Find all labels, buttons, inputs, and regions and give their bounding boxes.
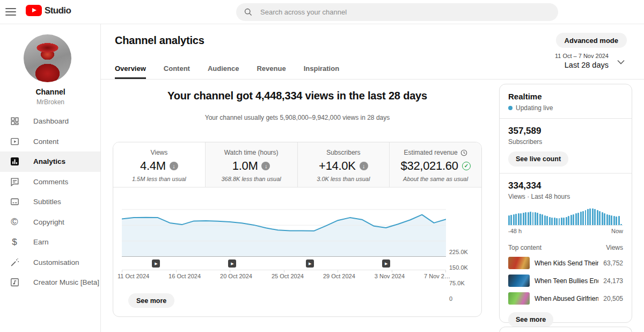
y-axis-label: 225.0K <box>449 249 479 255</box>
analytics-header: Channel analytics Advanced mode Overview… <box>101 24 644 80</box>
sidebar-item-earn[interactable]: $ Earn <box>0 232 100 252</box>
x-axis <box>122 270 446 272</box>
video-title: When Abused Girlfriend… <box>535 295 598 302</box>
down-arrow-icon: ↓ <box>261 162 270 170</box>
chevron-down-icon[interactable] <box>617 60 625 64</box>
sidebar-item-creator-music[interactable]: Creator Music [Beta] <box>0 272 100 293</box>
metric-views[interactable]: Views 4.4M↓ 1.5M less than usual <box>113 142 206 187</box>
sidebar-item-content[interactable]: Content <box>0 132 100 152</box>
check-circle-icon: ✓ <box>462 162 471 170</box>
top-video-row[interactable]: When Kids Send Their E… 63,752 <box>508 257 623 269</box>
dashboard-icon <box>9 116 20 127</box>
tab-inspiration[interactable]: Inspiration <box>304 64 339 79</box>
sidebar-item-customisation[interactable]: Customisation <box>0 252 100 273</box>
sidebar-item-copyright[interactable]: © Copyright <box>0 212 100 233</box>
advanced-mode-button[interactable]: Advanced mode <box>556 33 627 48</box>
analytics-tabs: Overview Content Audience Revenue Inspir… <box>115 64 339 79</box>
divider <box>500 118 632 119</box>
axis-end-label: Now <box>611 228 623 234</box>
divider <box>500 173 632 174</box>
metric-watch-time[interactable]: Watch time (hours) 1.0M↓ 368.8K less tha… <box>206 142 298 187</box>
axis-start-label: -48 h <box>508 228 522 234</box>
sidebar-item-label: Comments <box>33 178 68 186</box>
see-more-button[interactable]: See more <box>128 293 174 308</box>
metric-cards: Views 4.4M↓ 1.5M less than usual Watch t… <box>113 142 481 187</box>
video-title: When Teen Bullies End … <box>535 277 598 285</box>
realtime-see-more-button[interactable]: See more <box>508 312 553 327</box>
sidebar-menu: Dashboard Content Analytics Comments Sub… <box>0 111 100 293</box>
video-thumbnail <box>508 257 530 269</box>
video-marker-play-icon[interactable]: ▶ <box>382 259 390 268</box>
subtitles-icon <box>9 197 20 207</box>
top-video-row[interactable]: When Teen Bullies End … 24,173 <box>508 275 623 287</box>
sidebar-item-comments[interactable]: Comments <box>0 172 100 192</box>
sidebar-item-analytics[interactable]: Analytics <box>0 151 100 172</box>
channel-avatar[interactable] <box>24 34 71 82</box>
updating-live-label: Updating live <box>516 104 553 112</box>
realtime-views-count: 334,334 <box>508 181 623 191</box>
metric-estimated-revenue[interactable]: Estimated revenue $32,021.60✓ About the … <box>390 142 481 187</box>
views-headline: Your channel got 4,448,334 views in the … <box>113 90 482 102</box>
search-icon <box>244 8 253 17</box>
clock-icon <box>460 149 467 156</box>
tab-overview[interactable]: Overview <box>115 64 146 79</box>
date-range-text: 11 Oct – 7 Nov 2024 <box>555 53 609 59</box>
tab-audience[interactable]: Audience <box>208 64 239 79</box>
video-publish-markers: ▶▶▶▶ <box>122 259 446 268</box>
video-thumbnail <box>508 292 530 305</box>
video-marker-play-icon[interactable]: ▶ <box>228 259 236 268</box>
video-marker-play-icon[interactable]: ▶ <box>306 259 314 268</box>
sidebar-item-label: Analytics <box>33 157 65 165</box>
x-axis-labels: 11 Oct 202416 Oct 202420 Oct 202425 Oct … <box>118 273 450 279</box>
tab-content[interactable]: Content <box>164 64 190 79</box>
top-video-row[interactable]: When Abused Girlfriend… 20,505 <box>508 292 623 305</box>
search-bar[interactable] <box>236 3 558 21</box>
sidebar-item-subtitles[interactable]: Subtitles <box>0 192 100 212</box>
menu-icon[interactable] <box>5 7 16 17</box>
date-range-selector[interactable]: 11 Oct – 7 Nov 2024 Last 28 days <box>555 53 609 69</box>
sidebar-item-dashboard[interactable]: Dashboard <box>0 111 100 132</box>
sidebar: Channel MrBroken Dashboard Content Analy… <box>0 24 101 332</box>
views-column-label: Views <box>606 244 623 251</box>
sidebar-item-label: Earn <box>33 238 49 246</box>
sidebar-item-label: Dashboard <box>33 117 69 125</box>
views-line-chart: 225.0K 150.0K 75.0K 0 ▶▶▶▶ 11 Oct 202416… <box>113 188 482 285</box>
see-live-count-button[interactable]: See live count <box>508 151 568 167</box>
youtube-studio-logo[interactable]: Studio <box>26 5 71 16</box>
y-axis-label: 0 <box>449 295 479 302</box>
content-area: Your channel got 4,448,334 views in the … <box>101 80 644 332</box>
analytics-icon <box>9 156 20 167</box>
tab-revenue[interactable]: Revenue <box>257 64 286 79</box>
studio-wordmark: Studio <box>45 5 71 16</box>
views-subline: Your channel usually gets 5,908,000–9,94… <box>113 114 482 121</box>
sidebar-item-label: Subtitles <box>33 198 61 206</box>
sidebar-item-label: Content <box>33 138 58 146</box>
video-views: 63,752 <box>603 259 623 267</box>
live-dot-icon <box>508 106 513 110</box>
metric-subscribers[interactable]: Subscribers +14.0K↓ 3.0K less than usual <box>298 142 390 187</box>
video-views: 20,505 <box>603 295 623 302</box>
realtime-views-label: Views · Last 48 hours <box>508 193 623 200</box>
line-chart-svg <box>122 206 446 257</box>
overview-chart-card: Views 4.4M↓ 1.5M less than usual Watch t… <box>113 142 482 317</box>
down-arrow-icon: ↓ <box>360 162 368 170</box>
realtime-title: Realtime <box>508 92 623 101</box>
sidebar-item-label: Creator Music [Beta] <box>33 278 99 286</box>
down-arrow-icon: ↓ <box>170 162 178 170</box>
video-title: When Kids Send Their E… <box>535 259 598 267</box>
content-icon <box>9 136 20 147</box>
channel-name: Channel <box>0 88 101 96</box>
realtime-bar-chart <box>508 207 623 226</box>
y-axis-label: 75.0K <box>449 280 479 286</box>
search-input[interactable] <box>260 8 551 16</box>
copyright-icon: © <box>9 216 20 227</box>
channel-handle: MrBroken <box>0 98 101 106</box>
top-content-label: Top content <box>508 244 541 251</box>
sidebar-item-label: Copyright <box>33 218 64 226</box>
youtube-play-icon <box>26 5 42 16</box>
comments-icon <box>9 176 20 187</box>
video-views: 24,173 <box>603 277 623 285</box>
sidebar-item-label: Customisation <box>33 258 79 266</box>
video-marker-play-icon[interactable]: ▶ <box>152 259 160 268</box>
video-thumbnail <box>508 275 530 287</box>
